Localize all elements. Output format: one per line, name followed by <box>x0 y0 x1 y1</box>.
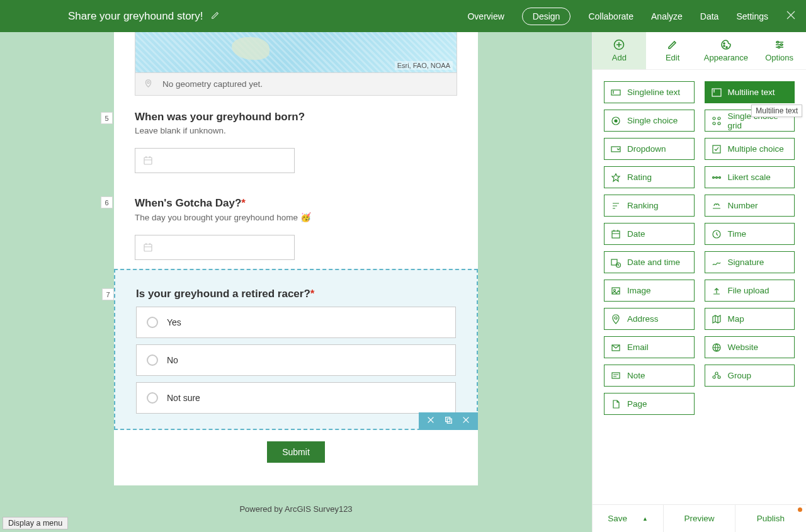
field-likert-scale[interactable]: Likert scale <box>705 166 795 188</box>
survey-title: Share your greyhound story! <box>68 10 203 23</box>
required-marker: * <box>310 288 315 300</box>
field-group[interactable]: Group <box>705 365 795 387</box>
svg-point-18 <box>713 122 715 125</box>
svg-point-16 <box>713 117 715 120</box>
svg-point-35 <box>715 372 718 375</box>
save-button[interactable]: Save▲ <box>593 505 664 532</box>
field-number[interactable]: Number <box>705 195 795 217</box>
panel-tab-appearance[interactable]: Appearance <box>700 32 753 69</box>
nav-design[interactable]: Design <box>522 8 571 25</box>
svg-point-7 <box>724 45 725 47</box>
svg-rect-3 <box>446 417 450 422</box>
panel-tabs: Add Edit Appearance Options <box>593 32 806 70</box>
date-input[interactable] <box>135 148 295 173</box>
svg-point-8 <box>726 47 727 48</box>
svg-rect-2 <box>144 244 152 251</box>
radio-icon <box>147 317 158 328</box>
svg-rect-34 <box>612 373 620 378</box>
preview-button[interactable]: Preview <box>664 505 735 532</box>
question-6[interactable]: 6 When's Gotcha Day?* The day you brough… <box>114 182 478 269</box>
question-number: 6 <box>101 196 113 208</box>
field-time[interactable]: Time <box>705 223 795 245</box>
map-status-text: No geometry captured yet. <box>162 79 263 89</box>
field-singleline-text[interactable]: Singleline text <box>604 81 695 103</box>
svg-point-9 <box>776 42 778 43</box>
svg-point-19 <box>718 122 720 125</box>
merge-question-icon[interactable] <box>462 416 470 427</box>
field-page[interactable]: Page <box>604 393 695 415</box>
question-number: 5 <box>101 112 113 124</box>
svg-point-17 <box>718 117 720 120</box>
svg-rect-4 <box>447 419 451 423</box>
required-marker: * <box>241 197 246 209</box>
map-status-bar: No geometry captured yet. <box>135 72 457 95</box>
nav-collaborate[interactable]: Collaborate <box>588 11 633 21</box>
question-title: Is your greyhound a retired racer?* <box>136 288 456 300</box>
question-actions <box>419 412 478 430</box>
field-multiline-text[interactable]: Multiline text <box>705 81 795 103</box>
field-signature[interactable]: Signature <box>705 251 795 273</box>
question-number: 7 <box>102 288 114 300</box>
pin-icon <box>144 79 152 89</box>
field-date-time[interactable]: Date and time <box>604 251 695 273</box>
field-rating[interactable]: Rating <box>604 166 695 188</box>
question-title: When's Gotcha Day?* <box>135 197 457 210</box>
panel-tab-add[interactable]: Add <box>593 32 646 69</box>
tools-icon[interactable] <box>786 10 796 22</box>
date-input[interactable] <box>135 235 295 260</box>
field-email[interactable]: Email <box>604 336 695 358</box>
map-preview: Esri, FAO, NOAA <box>135 32 457 72</box>
question-7-selected[interactable]: 7 Is your greyhound a retired racer?* Ye… <box>114 269 478 430</box>
svg-point-37 <box>718 376 720 378</box>
nav-settings[interactable]: Settings <box>736 11 768 21</box>
edit-title-icon[interactable] <box>211 11 220 22</box>
choice-option[interactable]: Yes <box>136 307 456 338</box>
powered-by: Powered by ArcGIS Survey123 <box>0 504 592 514</box>
field-map[interactable]: Map <box>705 308 795 330</box>
panel-tab-options[interactable]: Options <box>752 32 806 69</box>
field-types-grid: Singleline text Multiline text Single ch… <box>593 70 806 426</box>
svg-point-36 <box>713 376 715 378</box>
question-hint: Leave blank if unknown. <box>135 126 457 135</box>
palette-icon <box>720 39 732 50</box>
svg-point-11 <box>778 47 780 48</box>
delete-question-icon[interactable] <box>426 416 435 427</box>
svg-point-30 <box>614 289 616 291</box>
field-single-choice[interactable]: Single choice <box>604 110 695 132</box>
bottom-actions: Save▲ Preview Publish <box>593 504 806 532</box>
publish-button[interactable]: Publish <box>735 505 806 532</box>
field-date[interactable]: Date <box>604 223 695 245</box>
choice-option[interactable]: Not sure <box>136 382 456 414</box>
field-ranking[interactable]: Ranking <box>604 195 695 217</box>
field-image[interactable]: Image <box>604 280 695 302</box>
svg-point-15 <box>615 120 617 122</box>
top-bar: Share your greyhound story! Overview Des… <box>0 0 806 32</box>
radio-icon <box>147 354 158 366</box>
caret-up-icon: ▲ <box>642 516 648 522</box>
svg-rect-25 <box>612 231 620 238</box>
question-hint: The day you brought your greyhound home … <box>135 212 457 222</box>
field-multiple-choice[interactable]: Multiple choice <box>705 138 795 160</box>
field-website[interactable]: Website <box>705 336 795 358</box>
svg-rect-12 <box>611 90 620 95</box>
question-5[interactable]: 5 When was your greyhound born? Leave bl… <box>114 96 478 182</box>
field-dropdown[interactable]: Dropdown <box>604 138 695 160</box>
field-address[interactable]: Address <box>604 308 695 330</box>
svg-rect-1 <box>144 157 152 164</box>
nav-overview[interactable]: Overview <box>467 11 504 21</box>
field-note[interactable]: Note <box>604 365 695 387</box>
edit-icon <box>667 39 678 50</box>
map-question[interactable]: Esri, FAO, NOAA No geometry captured yet… <box>135 32 457 96</box>
choice-option[interactable]: No <box>136 344 456 376</box>
panel-tab-edit[interactable]: Edit <box>646 32 700 69</box>
nav-analyze[interactable]: Analyze <box>651 11 683 21</box>
sliders-icon <box>774 39 785 50</box>
nav-data[interactable]: Data <box>700 11 719 21</box>
unsaved-dot-icon <box>798 507 802 512</box>
radio-icon <box>147 392 158 404</box>
submit-button[interactable]: Submit <box>267 441 325 463</box>
duplicate-question-icon[interactable] <box>444 416 453 427</box>
tooltip: Multiline text <box>751 105 802 117</box>
submit-wrap: Submit <box>114 441 478 463</box>
field-file-upload[interactable]: File upload <box>705 280 795 302</box>
